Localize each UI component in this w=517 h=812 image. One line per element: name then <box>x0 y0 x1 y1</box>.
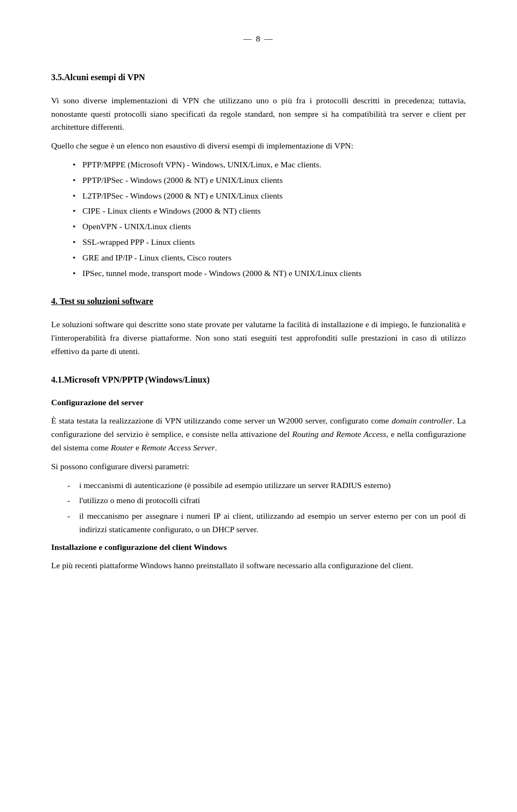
server-para1: È stata testata la realizzazione di VPN … <box>51 414 466 454</box>
server-para1-and: e <box>134 443 142 452</box>
section-4-heading: 4. Test su soluzioni software <box>51 295 466 308</box>
section-41-container: 4.1.Microsoft VPN/PPTP (Windows/Linux) C… <box>51 373 466 573</box>
list-item: i meccanismi di autenticazione (è possib… <box>67 479 466 492</box>
list-item: L2TP/IPSec - Windows (2000 & NT) e UNIX/… <box>73 189 466 203</box>
server-para1-period: . <box>215 443 217 452</box>
list-item: SSL-wrapped PPP - Linux clients <box>73 236 466 249</box>
server-config-heading: Configurazione del server <box>51 396 466 409</box>
section-35-intro: Vi sono diverse implementazioni di VPN c… <box>51 94 466 134</box>
section-35-heading: 3.5.Alcuni esempi di VPN <box>51 71 466 84</box>
page: — 8 — 3.5.Alcuni esempi di VPN Vi sono d… <box>0 0 517 812</box>
list-item: GRE and IP/IP - Linux clients, Cisco rou… <box>73 251 466 265</box>
page-number: — 8 — <box>51 32 466 45</box>
list-item: l'utilizzo o meno di protocolli cifrati <box>67 494 466 507</box>
list-item: PPTP/IPSec - Windows (2000 & NT) e UNIX/… <box>73 174 466 187</box>
list-item: IPSec, tunnel mode, transport mode - Win… <box>73 267 466 280</box>
list-item: CIPE - Linux clients e Windows (2000 & N… <box>73 204 466 218</box>
server-para1-italic1: domain controller <box>392 416 452 425</box>
section-35-elenco-intro: Quello che segue è un elenco non esausti… <box>51 139 466 153</box>
list-item: il meccanismo per assegnare i numeri IP … <box>67 510 466 536</box>
section-41-heading: 4.1.Microsoft VPN/PPTP (Windows/Linux) <box>51 373 466 387</box>
client-config-heading: Installazione e configurazione del clien… <box>51 541 466 554</box>
vpn-examples-list: PPTP/MPPE (Microsoft VPN) - Windows, UNI… <box>73 158 466 280</box>
server-para2: Si possono configurare diversi parametri… <box>51 460 466 474</box>
client-para1: Le più recenti piattaforme Windows hanno… <box>51 559 466 573</box>
server-para1-start: È stata testata la realizzazione di VPN … <box>51 416 392 425</box>
section-4-container: 4. Test su soluzioni software Le soluzio… <box>51 295 466 358</box>
server-params-list: i meccanismi di autenticazione (è possib… <box>67 479 466 536</box>
list-item: PPTP/MPPE (Microsoft VPN) - Windows, UNI… <box>73 158 466 172</box>
section-4-para1: Le soluzioni software qui descritte sono… <box>51 318 466 358</box>
server-para1-italic3: Router <box>111 443 134 452</box>
server-para1-italic2: Routing and Remote Access <box>292 429 386 439</box>
list-item: OpenVPN - UNIX/Linux clients <box>73 220 466 234</box>
server-para1-italic4: Remote Access Server <box>141 443 215 452</box>
